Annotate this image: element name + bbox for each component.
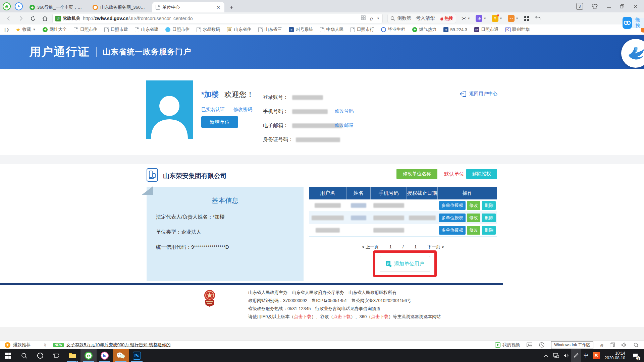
save-grid-icon[interactable] — [361, 15, 366, 21]
action-center-button[interactable]: 2 — [629, 349, 642, 362]
speaker-icon[interactable] — [622, 343, 627, 347]
download-link[interactable]: 点击下载 — [371, 314, 388, 319]
bookmark-item[interactable]: ▨山东省住 — [227, 26, 251, 33]
i4-tool-button[interactable]: iu — [97, 349, 113, 362]
bookmark-item[interactable]: 日照市住 — [165, 26, 190, 33]
add-unit-button[interactable]: 新增单位 — [201, 116, 238, 128]
edit-button[interactable]: 修改 — [467, 214, 480, 222]
tab-unit-center[interactable]: 单位中心 ✕ — [152, 2, 224, 12]
bookmark-item[interactable]: IC联创世华 — [505, 26, 530, 33]
tray-expand-icon[interactable] — [541, 349, 551, 362]
compat-mode-icon[interactable]: e — [370, 15, 373, 22]
translate-tool[interactable]: 译▼ — [476, 15, 486, 22]
bookmark-item[interactable]: sw日照市通 — [474, 26, 498, 33]
change-password-link[interactable]: 修改密码 — [233, 107, 252, 113]
tab-close-icon[interactable]: ✕ — [216, 5, 221, 10]
minimize-button[interactable] — [606, 4, 611, 9]
bookmark-item[interactable]: 山东省建 — [135, 26, 158, 33]
screenshot-tool[interactable]: ✂▼ — [462, 15, 470, 22]
download-link[interactable]: 点击下载 — [294, 314, 312, 319]
modify-company-name-button[interactable]: 修改单位名称 — [396, 169, 437, 179]
multi-auth-button[interactable]: 多单位授权 — [439, 201, 466, 210]
game-tool[interactable]: ▼ — [508, 15, 519, 22]
default-unit-link[interactable]: 默认单位 — [444, 171, 464, 177]
window-split-icon[interactable] — [610, 343, 615, 347]
show-desktop-strip[interactable] — [642, 349, 644, 362]
forward-icon[interactable] — [16, 14, 25, 23]
next-page-link[interactable]: 下一页 > — [427, 244, 444, 249]
chevron-down-icon[interactable]: ▼ — [377, 17, 380, 20]
netdisk-drag-overlay[interactable]: 拖拽 — [623, 17, 644, 29]
recently-closed-icon[interactable] — [535, 16, 541, 21]
bookmark-item[interactable]: 水晶数码 — [197, 26, 220, 33]
change-phone-link[interactable]: 修改号码 — [335, 108, 354, 114]
home-icon[interactable] — [40, 14, 50, 23]
tab-360-search[interactable]: 山东政务服务网_360搜索 — [89, 2, 152, 12]
download-link[interactable]: 点击下载 — [333, 314, 351, 319]
site-cert-chip[interactable]: 证 党政机关 — [55, 15, 80, 21]
refresh-icon[interactable] — [28, 14, 38, 23]
restore-button[interactable] — [620, 4, 625, 9]
nav-compass-icon[interactable]: ➤ — [15, 2, 23, 10]
windows-ink-pen-icon[interactable] — [571, 349, 581, 362]
file-explorer-button[interactable] — [64, 349, 80, 362]
bookmark-item[interactable]: 山东省三 — [258, 26, 282, 33]
history-clock-icon[interactable] — [539, 342, 544, 348]
taskbar-clock[interactable]: 10:14 2020-08-10 — [601, 351, 629, 360]
add-unit-user-button[interactable]: 添加单位用户 — [380, 256, 430, 272]
bookmark-item[interactable]: ie59.224.3 — [443, 27, 467, 32]
apps-grid-icon[interactable] — [524, 16, 529, 21]
back-icon[interactable] — [4, 14, 13, 23]
tab-360-nav[interactable]: ✚ 360导航_一个主页，整个世界 — [26, 2, 89, 12]
delete-button[interactable]: 删除 — [482, 214, 496, 222]
change-email-link[interactable]: 修改邮箱 — [335, 122, 354, 128]
netdisk-icon[interactable] — [623, 17, 632, 29]
delete-button[interactable]: 删除 — [482, 201, 496, 210]
bookmark-item[interactable]: 日照市行 — [351, 26, 374, 33]
multi-auth-button[interactable]: 多单位授权 — [439, 226, 466, 235]
search-box[interactable]: 倒数第一考入清华 热搜 — [387, 14, 456, 23]
volume-icon[interactable] — [561, 349, 571, 362]
my-video-link[interactable]: 我的视频 — [495, 342, 520, 348]
edit-button[interactable]: 修改 — [467, 226, 480, 235]
multi-auth-button[interactable]: 多单位授权 — [439, 214, 466, 222]
bookmark-item[interactable]: ✚网址大全 — [43, 26, 67, 33]
sogou-input-icon[interactable]: S — [591, 349, 601, 362]
url-field[interactable]: 证 党政机关 http://zwfw.sd.gov.cn/JIS/frontco… — [52, 14, 383, 23]
new-tab-button[interactable]: ＋ — [227, 3, 236, 11]
verified-link[interactable]: 已实名认证 — [201, 107, 225, 113]
revoke-auth-button[interactable]: 解除授权 — [466, 169, 497, 179]
ime-indicator[interactable]: 中 — [581, 349, 591, 362]
chevron-double-icon[interactable]: ≫ — [43, 343, 47, 347]
prev-page-link[interactable]: < 上一页 — [362, 244, 379, 249]
wallet-tool[interactable]: ¥▼ — [492, 15, 502, 22]
bookmark-item[interactable]: 日照市住 — [74, 26, 97, 33]
return-user-center-link[interactable]: 返回用户中心 — [460, 91, 497, 97]
photoshop-button[interactable]: Ps — [129, 349, 145, 362]
start-button[interactable] — [0, 349, 16, 362]
bookmark-item[interactable]: 毕业生档 — [381, 26, 405, 33]
taskbar-search-button[interactable] — [16, 349, 32, 362]
bookmark-item[interactable]: ✚燃气热力 — [412, 26, 436, 33]
ie-mode-icon[interactable]: e — [600, 342, 603, 348]
hot-search-link[interactable]: 热搜 — [440, 15, 453, 21]
wechat-button[interactable] — [113, 349, 129, 362]
edit-button[interactable]: 修改 — [467, 201, 480, 210]
close-button[interactable] — [633, 4, 638, 9]
zoom-find-icon[interactable] — [634, 343, 639, 348]
image-viewer-icon[interactable] — [527, 343, 532, 347]
network-icon[interactable] — [551, 349, 561, 362]
favorites-menu[interactable]: ★收藏▼ — [16, 26, 36, 33]
browser-360-icon[interactable]: e — [3, 2, 11, 10]
task-view-button[interactable] — [48, 349, 64, 362]
theme-shirt-icon[interactable] — [592, 4, 598, 9]
promo-headline-link[interactable]: 女子存款5万元10年后变成900万 银行告知:钱都是你的 — [66, 342, 171, 348]
bookmark-item[interactable]: 日照市建 — [104, 26, 128, 33]
bookmark-item[interactable]: ie叫号系统 — [289, 26, 313, 33]
delete-button[interactable]: 删除 — [482, 226, 496, 235]
cortana-button[interactable] — [32, 349, 48, 362]
bookmark-item[interactable]: 中华人民 — [320, 26, 343, 33]
tab-count-badge[interactable]: 3 — [576, 3, 583, 10]
browser-360-taskbar-button[interactable]: e — [80, 349, 97, 362]
sidebar-toggle-icon[interactable]: ❙❯ — [3, 27, 9, 32]
